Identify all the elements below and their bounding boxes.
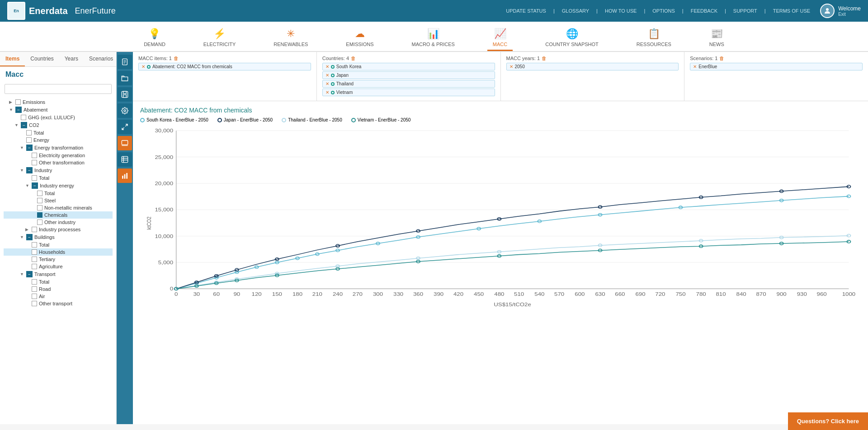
cb-non-metallic[interactable]	[37, 205, 42, 210]
nav-country[interactable]: 🌐 COUNTRY SNAPSHOT	[540, 25, 604, 51]
tree-item-ghg[interactable]: GHG (excl. LULUCF)	[4, 114, 113, 121]
cb-total3[interactable]	[37, 191, 42, 196]
tree-item-industry-energy[interactable]: ▼ − Industry energy	[4, 182, 113, 190]
cb-emissions[interactable]	[15, 99, 21, 105]
trash-icon-scenarios[interactable]: 🗑	[719, 56, 724, 61]
tree-item-industry-processes[interactable]: ▶ Industry processes	[4, 226, 113, 233]
cb-industry[interactable]: −	[26, 167, 33, 173]
tree-item-steel[interactable]: Steel	[4, 197, 113, 204]
cb-households[interactable]	[32, 249, 37, 255]
cb-energy-transform[interactable]: −	[26, 145, 33, 151]
cb-air[interactable]	[32, 294, 37, 299]
tree-item-transport[interactable]: ▼ − Transport	[4, 270, 113, 278]
nav-renewables[interactable]: ✳ RENEWABLES	[268, 25, 313, 51]
tree-item-total2[interactable]: Total	[4, 174, 113, 182]
nav-macc[interactable]: 📈 MACC	[487, 25, 513, 51]
remove-south-korea[interactable]: ✕	[326, 64, 329, 69]
nav-support[interactable]: SUPPORT	[731, 8, 760, 14]
remove-japan[interactable]: ✕	[326, 73, 329, 78]
nav-how-to-use[interactable]: HOW TO USE	[602, 8, 640, 14]
remove-vietnam[interactable]: ✕	[326, 90, 329, 95]
user-avatar[interactable]	[820, 4, 835, 18]
tree-item-co2[interactable]: ▼ − CO2	[4, 121, 113, 129]
tree-item-industry[interactable]: ▼ − Industry	[4, 166, 113, 174]
tree-item-households[interactable]: Households	[4, 248, 113, 256]
nav-options[interactable]: OPTIONS	[650, 8, 678, 14]
cb-total2[interactable]	[32, 175, 37, 181]
sidebar-icon-save[interactable]	[118, 87, 132, 102]
cb-agriculture[interactable]	[32, 264, 37, 269]
nav-macro[interactable]: 📊 MACRO & PRICES	[406, 25, 460, 51]
tree-item-energy[interactable]: Energy	[4, 136, 113, 144]
cb-other-transform[interactable]	[32, 160, 37, 165]
trash-icon-years[interactable]: 🗑	[542, 56, 547, 61]
cb-total5[interactable]	[32, 279, 37, 285]
nav-demand[interactable]: 💡 DEMAND	[138, 25, 171, 51]
tree-item-other-transform[interactable]: Other transformation	[4, 159, 113, 166]
nav-glossary[interactable]: GLOSSARY	[559, 8, 592, 14]
tree-item-agriculture[interactable]: Agriculture	[4, 263, 113, 270]
tree-item-buildings[interactable]: ▼ − Buildings	[4, 233, 113, 241]
trash-icon-countries[interactable]: 🗑	[351, 56, 356, 61]
nav-resources[interactable]: 📋 RESSOURCES	[631, 25, 677, 51]
cb-energy[interactable]	[26, 137, 32, 143]
tree-item-non-metallic[interactable]: Non-metallic minerals	[4, 204, 113, 211]
tree-item-other-transport[interactable]: Other transport	[4, 300, 113, 307]
cb-buildings[interactable]: −	[26, 234, 33, 240]
tree-item-total5[interactable]: Total	[4, 278, 113, 285]
sidebar-icon-chart[interactable]	[118, 136, 132, 150]
tree-item-road[interactable]: Road	[4, 285, 113, 293]
tree-item-other-industry[interactable]: Other industry	[4, 219, 113, 226]
nav-feedback[interactable]: FEEDBACK	[688, 8, 720, 14]
cb-road[interactable]	[32, 286, 37, 292]
tree-item-chemicals[interactable]: Chemicals	[4, 211, 113, 219]
tree-item-total1[interactable]: Total	[4, 129, 113, 136]
tab-years[interactable]: Years	[59, 52, 84, 66]
sidebar-icon-settings[interactable]	[118, 103, 132, 118]
tree-item-abatement[interactable]: ▼ − Abatement	[4, 106, 113, 114]
cb-total1[interactable]	[26, 130, 32, 136]
remove-2050[interactable]: ✕	[509, 64, 513, 69]
cb-ghg[interactable]	[21, 115, 26, 120]
cb-elec-gen[interactable]	[32, 153, 37, 158]
enerdata-logo[interactable]: En	[7, 2, 25, 20]
cb-co2[interactable]: −	[21, 122, 27, 128]
trash-icon-macc-items[interactable]: 🗑	[174, 56, 179, 61]
tab-scenarios[interactable]: Scenarios	[84, 52, 117, 66]
cb-chemicals[interactable]	[37, 212, 42, 218]
tree-item-total3[interactable]: Total	[4, 190, 113, 197]
questions-button[interactable]: Questions? Click here	[788, 412, 868, 424]
cb-other-industry[interactable]	[37, 220, 42, 225]
tree-item-energy-transform[interactable]: ▼ − Energy transformation	[4, 144, 113, 152]
cb-industry-energy[interactable]: −	[32, 182, 38, 189]
nav-electricity[interactable]: ⚡ ELECTRICITY	[198, 25, 241, 51]
tree-item-air[interactable]: Air	[4, 293, 113, 300]
cb-abatement[interactable]: −	[15, 107, 22, 113]
search-input[interactable]	[5, 84, 112, 94]
tree-item-emissions[interactable]: ▶ Emissions	[4, 98, 113, 106]
cb-other-transport[interactable]	[32, 301, 37, 306]
remove-thailand[interactable]: ✕	[326, 81, 329, 86]
cb-total4[interactable]	[32, 242, 37, 248]
nav-news[interactable]: 📰 NEWS	[704, 25, 730, 51]
sidebar-icon-table[interactable]	[118, 152, 132, 167]
tab-items[interactable]: Items	[0, 52, 25, 66]
sidebar-icon-folder[interactable]	[118, 71, 132, 85]
sidebar-icon-bar-chart[interactable]	[118, 168, 132, 183]
sidebar-icon-doc[interactable]	[118, 55, 132, 69]
exit-link[interactable]: Exit	[838, 12, 861, 17]
cb-tertiary[interactable]	[32, 257, 37, 262]
cb-industry-processes[interactable]	[32, 227, 37, 232]
nav-emissions[interactable]: ☁ EMISSIONS	[340, 25, 379, 51]
nav-update-status[interactable]: UPDATE STATUS	[503, 8, 549, 14]
tree-item-tertiary[interactable]: Tertiary	[4, 256, 113, 263]
tree-item-elec-gen[interactable]: Electricity generation	[4, 152, 113, 159]
remove-chemicals[interactable]: ✕	[142, 64, 145, 69]
cb-transport[interactable]: −	[26, 271, 33, 277]
nav-terms[interactable]: TERMS OF USE	[770, 8, 813, 14]
tab-countries[interactable]: Countries	[25, 52, 59, 66]
sidebar-icon-expand[interactable]	[118, 120, 132, 134]
tree-item-total4[interactable]: Total	[4, 241, 113, 248]
remove-enerblue[interactable]: ✕	[693, 64, 697, 69]
cb-steel[interactable]	[37, 198, 42, 203]
